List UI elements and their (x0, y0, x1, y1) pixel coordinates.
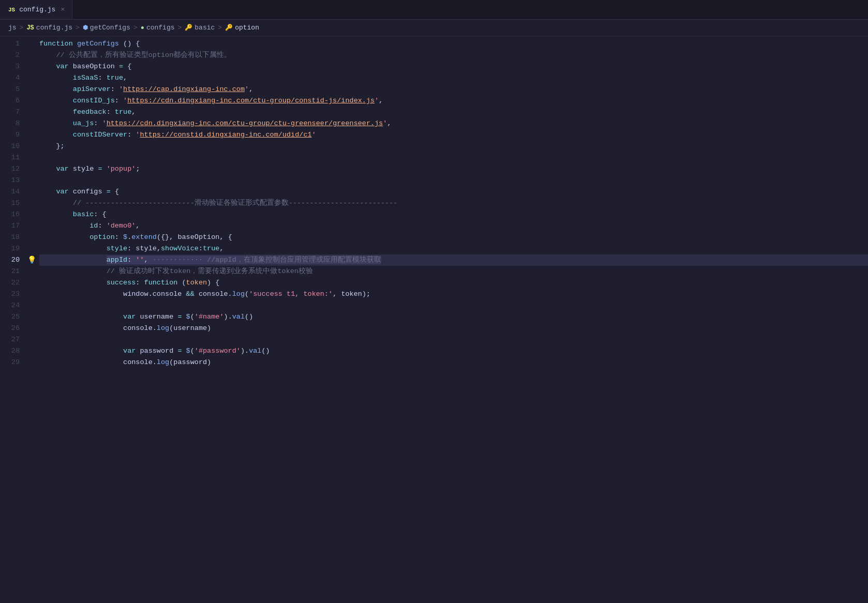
code-line-15: // --------------------------滑动验证各验证形式配置… (39, 198, 868, 209)
gutter-2 (26, 50, 37, 61)
tab-filename: config.js (19, 6, 55, 13)
bc-sep-1: > (20, 24, 24, 32)
close-tab-icon[interactable]: × (61, 6, 65, 13)
bc-sep-5: > (218, 24, 222, 32)
gutter-12 (26, 163, 37, 175)
ln-16: 16 (0, 209, 20, 220)
gutter-27 (26, 334, 37, 345)
gutter-21 (26, 266, 37, 277)
code-line-5: apiServer: 'https://cap.dingxiang-inc.co… (39, 84, 868, 95)
bc-module-icon: ⬢ (83, 24, 88, 32)
code-line-9: constIDServer: 'https://constid.dingxian… (39, 129, 868, 141)
code-line-11 (39, 152, 868, 163)
code-line-24 (39, 300, 868, 311)
gutter-3 (26, 61, 37, 72)
gutter-15 (26, 198, 37, 209)
gutter-8 (26, 118, 37, 129)
ln-23: 23 (0, 289, 20, 300)
bc-func-icon: ● (141, 24, 144, 32)
ln-13: 13 (0, 175, 20, 186)
gutter-4 (26, 72, 37, 84)
line-numbers: 1 2 3 4 5 6 7 8 9 10 11 12 13 14 15 16 1… (0, 38, 26, 603)
gutter-13 (26, 175, 37, 186)
ln-3: 3 (0, 61, 20, 72)
code-line-14: var configs = { (39, 186, 868, 198)
ln-4: 4 (0, 72, 20, 84)
bc-js-label: js (8, 24, 17, 32)
gutter-6 (26, 95, 37, 107)
gutter-28 (26, 345, 37, 357)
ln-17: 17 (0, 220, 20, 232)
code-line-21: // 验证成功时下发token，需要传递到业务系统中做token校验 (39, 266, 868, 277)
bc-prop-icon-2: 🔑 (225, 24, 233, 32)
code-line-25: var username = $('#name').val() (39, 311, 868, 323)
ln-25: 25 (0, 311, 20, 323)
code-line-16: basic: { (39, 209, 868, 220)
code-line-4: isSaaS: true, (39, 72, 868, 84)
gutter-26 (26, 323, 37, 334)
code-line-13 (39, 175, 868, 186)
ln-1: 1 (0, 38, 20, 50)
ln-12: 12 (0, 163, 20, 175)
gutter-7 (26, 107, 37, 118)
ln-27: 27 (0, 334, 20, 345)
gutter-16 (26, 209, 37, 220)
ln-18: 18 (0, 232, 20, 243)
gutter-18 (26, 232, 37, 243)
gutter-24 (26, 300, 37, 311)
config-js-tab[interactable]: JS config.js × (0, 0, 72, 19)
ln-20: 20 (0, 254, 20, 266)
ln-10: 10 (0, 141, 20, 152)
ln-8: 8 (0, 118, 20, 129)
code-line-27 (39, 334, 868, 345)
gutter-9 (26, 129, 37, 141)
gutter-17 (26, 220, 37, 232)
gutter-22 (26, 277, 37, 289)
code-line-2: // 公共配置，所有验证类型option都会有以下属性。 (39, 50, 868, 61)
bc-prop-icon-1: 🔑 (185, 24, 192, 32)
gutter-29 (26, 357, 37, 368)
ln-5: 5 (0, 84, 20, 95)
ln-11: 11 (0, 152, 20, 163)
code-line-3: var baseOption = { (39, 61, 868, 72)
editor: 1 2 3 4 5 6 7 8 9 10 11 12 13 14 15 16 1… (0, 36, 868, 603)
bc-sep-4: > (178, 24, 182, 32)
code-line-7: feedback: true, (39, 107, 868, 118)
gutter-10 (26, 141, 37, 152)
ln-26: 26 (0, 323, 20, 334)
breadcrumb: js > JS config.js > ⬢ getConfigs > ● con… (0, 20, 868, 36)
bc-filename: config.js (36, 24, 72, 32)
bc-basic: basic (194, 24, 215, 32)
ln-2: 2 (0, 50, 20, 61)
ln-9: 9 (0, 129, 20, 141)
ln-29: 29 (0, 357, 20, 368)
code-lines: function getConfigs () { // 公共配置，所有验证类型o… (37, 38, 868, 603)
bc-sep-2: > (76, 24, 80, 32)
bc-configs: configs (146, 24, 175, 32)
code-line-19: style: style,showVoice:true, (39, 243, 868, 254)
code-line-18: option: $.extend({}, baseOption, { (39, 232, 868, 243)
ln-7: 7 (0, 107, 20, 118)
ln-6: 6 (0, 95, 20, 107)
gutter-5 (26, 84, 37, 95)
ln-22: 22 (0, 277, 20, 289)
code-line-20: appId: '', ············ //appId，在顶象控制台应用… (39, 254, 868, 266)
code-line-8: ua_js: 'https://cdn.dingxiang-inc.com/ct… (39, 118, 868, 129)
ln-28: 28 (0, 345, 20, 357)
code-line-28: var password = $('#password').val() (39, 345, 868, 357)
gutter-11 (26, 152, 37, 163)
bc-option: option (235, 24, 259, 32)
gutter-1 (26, 38, 37, 50)
ln-15: 15 (0, 198, 20, 209)
ln-14: 14 (0, 186, 20, 198)
js-file-icon: JS (7, 7, 16, 13)
bc-getconfigs: getConfigs (90, 24, 130, 32)
ln-21: 21 (0, 266, 20, 277)
gutter-19 (26, 243, 37, 254)
lightbulb-icon[interactable]: 💡 (26, 254, 37, 266)
gutter-25 (26, 311, 37, 323)
code-area: 1 2 3 4 5 6 7 8 9 10 11 12 13 14 15 16 1… (0, 36, 868, 603)
gutter-14 (26, 186, 37, 198)
bc-sep-3: > (133, 24, 138, 32)
code-line-23: window.console && console.log('success t… (39, 289, 868, 300)
